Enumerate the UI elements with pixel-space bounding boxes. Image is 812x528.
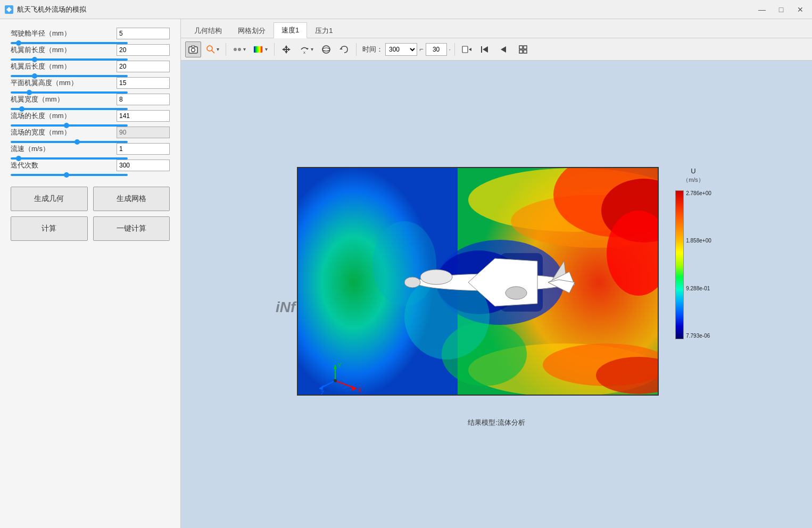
- svg-marker-16: [469, 48, 471, 51]
- viewport-area: ▾ ▾: [181, 38, 812, 528]
- param-label-flow_width: 流场的宽度（mm）: [11, 128, 71, 137]
- minimize-button[interactable]: —: [755, 2, 769, 17]
- svg-rect-20: [519, 46, 523, 49]
- time-label: 时间：: [362, 45, 383, 54]
- svg-point-7: [238, 48, 241, 51]
- frame-input[interactable]: [426, 43, 447, 56]
- status-bar: 结果模型:流体分析: [270, 418, 723, 428]
- legend-low: 9.288e-01: [686, 286, 711, 291]
- skip-start-button[interactable]: [477, 41, 493, 57]
- time-sep: ⌐: [419, 45, 424, 53]
- slider-thumb-cockpit_radius[interactable]: [16, 40, 21, 46]
- button-grid: 生成几何 生成网格 计算 一键计算: [11, 187, 170, 241]
- cfd-area[interactable]: Y Z X: [181, 61, 812, 528]
- reset-button[interactable]: [336, 41, 352, 57]
- slider-flow_width[interactable]: [11, 141, 128, 143]
- slider-flat_wing_height[interactable]: [11, 91, 128, 94]
- param-input-cockpit_radius[interactable]: [117, 28, 170, 39]
- param-label-wing_rear_length: 机翼后长度（mm）: [11, 62, 71, 71]
- param-label-iterations: 迭代次数: [11, 161, 38, 170]
- param-row-flat_wing_height: 平面机翼高度（mm）: [11, 77, 170, 94]
- slider-flow_length[interactable]: [11, 124, 128, 127]
- slider-flow_speed[interactable]: [11, 157, 128, 160]
- right-content: 几何结构 网格划分 速度1 压力1: [181, 19, 812, 528]
- prev-frame-button[interactable]: [495, 41, 511, 57]
- close-button[interactable]: ✕: [793, 2, 808, 17]
- sep3: [356, 43, 357, 56]
- slider-thumb-flow_speed[interactable]: [16, 156, 21, 161]
- viewport-canvas: Y Z X: [181, 61, 812, 528]
- slider-thumb-flow_width[interactable]: [74, 139, 80, 145]
- svg-text:x: x: [303, 50, 305, 54]
- svg-point-43: [420, 270, 452, 284]
- cfd-image: Y Z X: [297, 167, 659, 396]
- inf-badge: iNf: [276, 299, 295, 316]
- param-row-wing_front_length: 机翼前长度（mm）: [11, 44, 170, 61]
- move-button[interactable]: [278, 41, 294, 57]
- slider-cockpit_radius[interactable]: [11, 42, 128, 44]
- window-title: 航天飞机外流场的模拟: [17, 5, 755, 14]
- tab-velocity[interactable]: 速度1: [274, 22, 307, 38]
- svg-rect-3: [192, 46, 195, 47]
- param-label-wing_width: 机翼宽度（mm）: [11, 95, 64, 104]
- colormap-dropdown[interactable]: ▾: [251, 41, 270, 57]
- orbit-button[interactable]: [318, 41, 334, 57]
- param-input-iterations[interactable]: [117, 160, 170, 171]
- slider-thumb-flow_length[interactable]: [64, 123, 69, 128]
- record-button[interactable]: [459, 41, 475, 57]
- gen-mesh-button[interactable]: 生成网格: [93, 187, 170, 211]
- calculate-button[interactable]: 计算: [11, 216, 88, 241]
- param-input-flow_length[interactable]: [117, 110, 170, 122]
- legend-max: 2.786e+00: [686, 190, 711, 196]
- svg-point-48: [506, 287, 527, 299]
- param-input-flat_wing_height[interactable]: [117, 77, 170, 89]
- rotate-dropdown[interactable]: x ▾: [296, 41, 316, 57]
- slider-thumb-wing_rear_length[interactable]: [32, 73, 37, 79]
- slider-wing_rear_length[interactable]: [11, 75, 128, 77]
- svg-rect-23: [524, 50, 527, 53]
- param-input-flow_speed[interactable]: [117, 143, 170, 155]
- svg-point-39: [372, 221, 436, 306]
- svg-marker-18: [483, 46, 488, 53]
- svg-rect-17: [481, 46, 482, 53]
- svg-point-6: [234, 48, 237, 51]
- legend-mid: 1.858e+00: [686, 238, 711, 244]
- svg-text:X: X: [358, 387, 362, 394]
- param-input-wing_rear_length[interactable]: [117, 61, 170, 72]
- svg-marker-19: [501, 46, 506, 53]
- slider-thumb-flat_wing_height[interactable]: [27, 90, 32, 95]
- svg-point-12: [322, 46, 330, 53]
- svg-rect-8: [254, 46, 262, 53]
- time-select[interactable]: 300: [385, 43, 417, 56]
- param-row-wing_width: 机翼宽度（mm）: [11, 94, 170, 110]
- slider-wing_width[interactable]: [11, 108, 128, 110]
- zoom-dropdown[interactable]: ▾: [203, 41, 222, 57]
- expand-button[interactable]: [515, 41, 531, 57]
- slider-thumb-iterations[interactable]: [64, 172, 69, 178]
- gen-geometry-button[interactable]: 生成几何: [11, 187, 88, 211]
- sep1: [226, 43, 226, 56]
- main-container: 驾驶舱半径（mm）机翼前长度（mm）机翼后长度（mm）平面机翼高度（mm）机翼宽…: [0, 19, 812, 528]
- param-row-iterations: 迭代次数: [11, 160, 170, 176]
- cfd-scene: Y Z X: [270, 151, 723, 438]
- param-input-wing_front_length[interactable]: [117, 44, 170, 56]
- style-dropdown[interactable]: ▾: [230, 41, 248, 57]
- sep2: [274, 43, 275, 56]
- legend-min: 7.793e-06: [686, 333, 711, 339]
- param-label-flow_length: 流场的长度（mm）: [11, 111, 71, 121]
- param-input-wing_width[interactable]: [117, 94, 170, 105]
- left-panel: 驾驶舱半径（mm）机翼前长度（mm）机翼后长度（mm）平面机翼高度（mm）机翼宽…: [0, 19, 181, 528]
- viewport-toolbar: ▾ ▾: [181, 38, 812, 61]
- slider-thumb-wing_front_length[interactable]: [32, 57, 37, 62]
- one-click-calc-button[interactable]: 一键计算: [93, 216, 170, 241]
- slider-wing_front_length[interactable]: [11, 58, 128, 61]
- tab-mesh[interactable]: 网格划分: [230, 23, 274, 38]
- tab-pressure[interactable]: 压力1: [307, 23, 341, 38]
- slider-thumb-wing_width[interactable]: [19, 106, 24, 112]
- slider-iterations[interactable]: [11, 174, 128, 176]
- maximize-button[interactable]: □: [774, 2, 789, 17]
- param-label-flow_speed: 流速（m/s）: [11, 144, 49, 154]
- svg-text:Y: Y: [337, 362, 342, 369]
- camera-button[interactable]: [185, 41, 201, 57]
- tab-geometry[interactable]: 几何结构: [186, 23, 230, 38]
